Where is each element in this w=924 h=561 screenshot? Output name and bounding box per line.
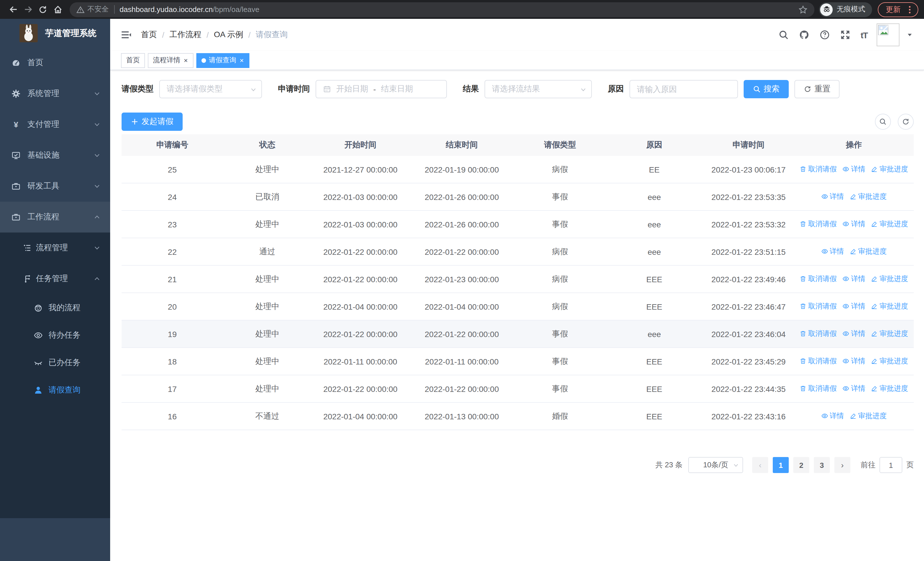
page-size-select[interactable]: 10条/页: [688, 457, 743, 473]
cell-status: 处理中: [223, 156, 312, 183]
detail-link[interactable]: 详情: [821, 411, 844, 421]
detail-link[interactable]: 详情: [842, 356, 865, 366]
browser-home-icon[interactable]: [50, 2, 65, 17]
reset-button-label: 重置: [814, 84, 830, 94]
cancel-link[interactable]: 取消请假: [800, 356, 837, 366]
page-size-value: 10条/页: [703, 460, 728, 470]
prev-page-button[interactable]: ‹: [752, 457, 768, 473]
progress-link[interactable]: 审批进度: [871, 329, 908, 339]
help-icon[interactable]: [819, 30, 830, 40]
cancel-link[interactable]: 取消请假: [800, 302, 837, 311]
cancel-link[interactable]: 取消请假: [800, 164, 837, 174]
caret-down-icon[interactable]: [907, 32, 913, 38]
progress-link[interactable]: 审批进度: [871, 164, 908, 174]
cell-actions: 取消请假详情审批进度: [794, 211, 914, 238]
sidebar-item-leave-query[interactable]: 请假查询: [0, 376, 110, 404]
select-placeholder: 请选择请假类型: [166, 84, 223, 94]
next-page-button[interactable]: ›: [834, 457, 850, 473]
detail-link-label: 详情: [851, 274, 865, 284]
date-range-picker[interactable]: 开始日期 - 结束日期: [316, 80, 447, 98]
detail-link[interactable]: 详情: [842, 384, 865, 394]
breadcrumb-item[interactable]: 首页: [141, 30, 157, 40]
sidebar-item-home[interactable]: 首页: [0, 47, 110, 78]
font-size-icon[interactable]: tT: [861, 30, 867, 40]
progress-link[interactable]: 审批进度: [849, 247, 886, 257]
browser-forward-icon[interactable]: [21, 2, 35, 17]
sidebar-item-todo-tasks[interactable]: 待办任务: [0, 322, 110, 349]
update-button[interactable]: 更新: [878, 2, 918, 17]
cancel-link[interactable]: 取消请假: [800, 329, 837, 339]
breadcrumb: 首页 / 工作流程 / OA 示例 / 请假查询: [141, 30, 288, 40]
sidebar-logo-row[interactable]: 芋道管理系统: [0, 19, 110, 47]
tab-home[interactable]: 首页: [121, 53, 145, 68]
sidebar-item-label: 首页: [27, 58, 44, 68]
sidebar-item-system-mgmt[interactable]: 系统管理: [0, 78, 110, 109]
reset-button[interactable]: 重置: [795, 80, 840, 98]
progress-link[interactable]: 审批进度: [871, 274, 908, 284]
cell-type: 事假: [514, 375, 606, 403]
sidebar-item-infrastructure[interactable]: 基础设施: [0, 140, 110, 171]
address-bar[interactable]: 不安全 dashboard.yudao.iocoder.cn /bpm/oa/l…: [70, 2, 814, 17]
filter-label: 请假类型: [122, 84, 153, 94]
github-icon[interactable]: [799, 30, 809, 40]
cell-id: 20: [122, 293, 223, 320]
fullscreen-icon[interactable]: [840, 30, 850, 40]
page-button-3[interactable]: 3: [814, 457, 830, 473]
detail-link[interactable]: 详情: [842, 302, 865, 311]
tab-process-detail[interactable]: 流程详情 ×: [148, 53, 194, 68]
avatar[interactable]: [877, 23, 900, 46]
search-icon[interactable]: [778, 30, 789, 40]
progress-link[interactable]: 审批进度: [871, 356, 908, 366]
search-button[interactable]: 搜索: [744, 80, 789, 98]
sidebar-item-my-process[interactable]: 我的流程: [0, 294, 110, 322]
progress-link[interactable]: 审批进度: [871, 220, 908, 229]
browser-back-icon[interactable]: [6, 2, 21, 17]
sidebar-item-dev-tools[interactable]: 研发工具: [0, 171, 110, 202]
sidebar-collapse-icon[interactable]: [121, 30, 131, 40]
tab-close-icon[interactable]: ×: [239, 57, 244, 64]
reason-input[interactable]: [630, 80, 738, 98]
column-header: 开始时间: [312, 134, 409, 156]
detail-link[interactable]: 详情: [842, 164, 865, 174]
progress-link[interactable]: 审批进度: [871, 302, 908, 311]
leave-type-select[interactable]: 请选择请假类型: [159, 80, 262, 98]
sidebar-item-payment-mgmt[interactable]: ¥支付管理: [0, 109, 110, 140]
select-placeholder: 请选择流结果: [492, 84, 540, 94]
bookmark-star-icon[interactable]: [798, 5, 808, 14]
progress-link[interactable]: 审批进度: [849, 411, 886, 421]
progress-link[interactable]: 审批进度: [871, 384, 908, 394]
detail-link[interactable]: 详情: [821, 247, 844, 257]
sidebar-item-workflow[interactable]: 工作流程: [0, 202, 110, 233]
tab-leave-query[interactable]: 请假查询 ×: [196, 53, 249, 68]
cell-id: 21: [122, 265, 223, 293]
progress-link[interactable]: 审批进度: [849, 192, 886, 202]
detail-link[interactable]: 详情: [842, 220, 865, 229]
breadcrumb-item[interactable]: 工作流程: [170, 30, 201, 40]
table-search-icon[interactable]: [875, 114, 891, 130]
detail-link[interactable]: 详情: [842, 329, 865, 339]
cell-status: 处理中: [223, 293, 312, 320]
browser-reload-icon[interactable]: [35, 2, 50, 17]
page-buttons: 123: [771, 457, 832, 473]
breadcrumb-item[interactable]: OA 示例: [214, 30, 243, 40]
plus-icon: [131, 118, 139, 126]
sidebar-item-task-mgmt[interactable]: 任务管理: [0, 263, 110, 294]
sidebar-item-done-tasks[interactable]: 已办任务: [0, 349, 110, 376]
goto-page-input[interactable]: [879, 457, 902, 473]
security-warning-icon[interactable]: [76, 5, 84, 14]
table-tools: [875, 114, 914, 130]
page-button-2[interactable]: 2: [793, 457, 809, 473]
detail-link[interactable]: 详情: [821, 192, 844, 202]
cell-applied: 2022-01-22 23:46:04: [703, 320, 794, 347]
detail-link[interactable]: 详情: [842, 274, 865, 284]
cancel-link[interactable]: 取消请假: [800, 384, 837, 394]
page-button-1[interactable]: 1: [773, 457, 789, 473]
cancel-link[interactable]: 取消请假: [800, 220, 837, 229]
table-refresh-icon[interactable]: [898, 114, 914, 130]
result-select[interactable]: 请选择流结果: [484, 80, 592, 98]
tab-close-icon[interactable]: ×: [183, 57, 188, 64]
incognito-icon: [820, 3, 832, 16]
sidebar-item-process-mgmt[interactable]: 流程管理: [0, 233, 110, 263]
cancel-link[interactable]: 取消请假: [800, 274, 837, 284]
create-leave-button[interactable]: 发起请假: [122, 113, 183, 131]
